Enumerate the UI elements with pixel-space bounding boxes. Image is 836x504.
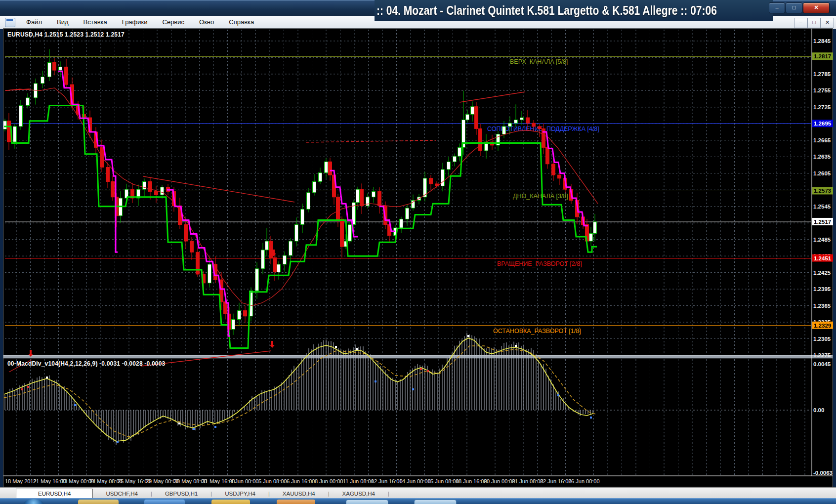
svg-text:1.2305: 1.2305 bbox=[813, 336, 831, 342]
menu-file[interactable]: Файл bbox=[19, 16, 49, 29]
close-button[interactable]: ✕ bbox=[803, 2, 830, 13]
svg-text:1.2425: 1.2425 bbox=[813, 270, 831, 276]
minimize-button[interactable]: – bbox=[769, 2, 785, 13]
windows-taskbar[interactable] bbox=[0, 498, 836, 504]
svg-text:6 Jun 16:00: 6 Jun 16:00 bbox=[287, 478, 315, 484]
svg-text:1.2451: 1.2451 bbox=[814, 255, 832, 261]
svg-text:12 Jun 16:00: 12 Jun 16:00 bbox=[371, 478, 403, 484]
svg-text:1.2845: 1.2845 bbox=[813, 38, 831, 44]
svg-text:1.2573: 1.2573 bbox=[814, 188, 831, 194]
svg-text:14 Jun 00:00: 14 Jun 00:00 bbox=[399, 478, 431, 484]
tab-eurusd-h4[interactable]: EURUSD,H4 bbox=[16, 489, 93, 499]
panel-separator bbox=[3, 355, 833, 358]
chart-tab-bar: EURUSD,H4 USDCHF,H4 | GBPUSD,H1 | USDJPY… bbox=[0, 487, 836, 499]
child-close-button[interactable]: ✕ bbox=[821, 18, 834, 28]
svg-text:26 Jun 00:00: 26 Jun 00:00 bbox=[568, 478, 600, 484]
svg-text:ВРАЩЕНИЕ_РАЗВОРОТ [2/8]: ВРАЩЕНИЕ_РАЗВОРОТ [2/8] bbox=[497, 260, 582, 267]
now-playing-title: :: 04. Mozart - Clarinet Quintet K.581 L… bbox=[376, 3, 717, 18]
menu-tools[interactable]: Сервис bbox=[155, 16, 192, 29]
svg-text:1.2635: 1.2635 bbox=[813, 154, 831, 160]
child-restore-button[interactable]: □ bbox=[807, 18, 821, 28]
menu-items: Файл Вид Вставка Графики Сервис Окно Спр… bbox=[19, 16, 261, 29]
svg-text:ОСТАНОВКА_РАЗВОРОТ [1/8]: ОСТАНОВКА_РАЗВОРОТ [1/8] bbox=[493, 328, 581, 335]
svg-text:8 Jun 00:00: 8 Jun 00:00 bbox=[315, 478, 343, 484]
menu-charts[interactable]: Графики bbox=[115, 16, 155, 29]
svg-text:1.2329: 1.2329 bbox=[814, 323, 831, 329]
svg-text:ВЕРХ_КАНАЛА [5/8]: ВЕРХ_КАНАЛА [5/8] bbox=[510, 58, 568, 65]
menu-insert[interactable]: Вставка bbox=[76, 16, 115, 29]
svg-text:1.2605: 1.2605 bbox=[813, 170, 831, 176]
chart-window-icon bbox=[5, 18, 15, 27]
tab-gbpusd-h1[interactable]: GBPUSD,H1 bbox=[152, 489, 210, 499]
symbol-ohlc-header: EURUSD,H4 1.2515 1.2523 1.2512 1.2517 bbox=[7, 31, 125, 38]
tab-usdjpy-h4[interactable]: USDJPY,H4 bbox=[212, 489, 268, 499]
svg-text:1.2695: 1.2695 bbox=[814, 121, 832, 126]
child-minimize-button[interactable]: – bbox=[794, 18, 807, 28]
svg-text:1.2545: 1.2545 bbox=[813, 204, 831, 210]
menu-view[interactable]: Вид bbox=[49, 16, 76, 29]
menu-help[interactable]: Справка bbox=[221, 16, 261, 29]
tab-xagusd-h4[interactable]: XAGUSD,H4 bbox=[330, 489, 388, 499]
svg-text:1.2725: 1.2725 bbox=[813, 104, 831, 110]
svg-text:15 Jun 08:00: 15 Jun 08:00 bbox=[427, 478, 459, 484]
svg-text:1.2485: 1.2485 bbox=[813, 237, 831, 243]
svg-text:11 Jun 08:00: 11 Jun 08:00 bbox=[343, 478, 374, 484]
svg-text:20 Jun 00:00: 20 Jun 00:00 bbox=[484, 478, 515, 484]
maximize-button[interactable]: □ bbox=[786, 2, 802, 13]
svg-text:1.2275: 1.2275 bbox=[813, 352, 831, 358]
app-icon-gold[interactable] bbox=[211, 500, 250, 504]
tab-xauusd-h4[interactable]: XAUUSD,H4 bbox=[270, 489, 328, 499]
svg-text:1.2365: 1.2365 bbox=[813, 303, 831, 309]
svg-text:22 Jun 16:00: 22 Jun 16:00 bbox=[540, 478, 572, 484]
svg-text:1.2517: 1.2517 bbox=[814, 219, 831, 225]
time-axis: 18 May 201221 May 16:0023 May 00:0024 Ma… bbox=[5, 478, 600, 484]
svg-text:21 Jun 08:00: 21 Jun 08:00 bbox=[512, 478, 543, 484]
title-overlay-strip: :: 04. Mozart - Clarinet Quintet K.581 L… bbox=[375, 0, 773, 21]
svg-text:-0.0063: -0.0063 bbox=[813, 470, 833, 476]
browser-icon[interactable] bbox=[144, 500, 185, 504]
tab-separator: | bbox=[388, 489, 389, 499]
taskbar-window-icon[interactable] bbox=[346, 500, 388, 504]
menu-window[interactable]: Окно bbox=[192, 16, 221, 29]
svg-text:1.2817: 1.2817 bbox=[814, 53, 831, 59]
svg-text:18 May 2012: 18 May 2012 bbox=[5, 478, 37, 484]
price-chart-canvas[interactable]: ВЕРХ_КАНАЛА [5/8]СОПРОТИВЛЕНИЕ_ПОДДЕРЖКА… bbox=[3, 28, 833, 487]
svg-text:18 Jun 16:00: 18 Jun 16:00 bbox=[456, 478, 487, 484]
start-orb-icon[interactable] bbox=[24, 499, 43, 504]
svg-text:0.0045: 0.0045 bbox=[813, 361, 831, 367]
svg-text:ДНО_КАНАЛА [3/8]: ДНО_КАНАЛА [3/8] bbox=[513, 193, 568, 200]
svg-text:1.2755: 1.2755 bbox=[813, 87, 831, 93]
app-icon-orange[interactable] bbox=[277, 500, 315, 504]
tab-usdchf-h4[interactable]: USDCHF,H4 bbox=[93, 489, 151, 499]
svg-text:0.00: 0.00 bbox=[813, 407, 824, 413]
svg-text:1.2665: 1.2665 bbox=[813, 137, 831, 143]
svg-text:5 Jun 08:00: 5 Jun 08:00 bbox=[258, 478, 287, 484]
macd-indicator-header: 00-MacdDiv_v104(H4,2,12,26,9) -0.0031 -0… bbox=[7, 360, 165, 367]
svg-text:1.2785: 1.2785 bbox=[813, 71, 831, 77]
svg-text:1.2395: 1.2395 bbox=[813, 286, 831, 292]
explorer-icon[interactable] bbox=[78, 500, 119, 504]
svg-text:4 Jun 00:00: 4 Jun 00:00 bbox=[230, 478, 259, 484]
taskbar-window-icon[interactable] bbox=[414, 500, 457, 504]
